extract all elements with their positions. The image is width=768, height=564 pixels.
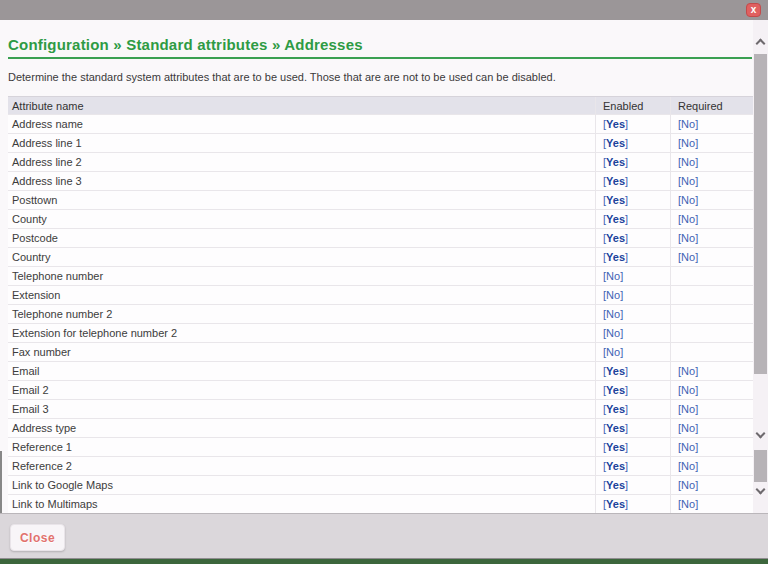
required-toggle-link[interactable]: No xyxy=(678,194,698,206)
attribute-name-label: Extension for telephone number 2 xyxy=(8,324,595,342)
required-cell xyxy=(670,305,753,323)
attribute-name-label: Telephone number 2 xyxy=(8,305,595,323)
required-cell: No xyxy=(670,457,753,475)
required-cell: No xyxy=(670,172,753,190)
required-toggle-link[interactable]: No xyxy=(678,137,698,149)
attribute-name-label: Country xyxy=(8,248,595,266)
attribute-name-label: Telephone number xyxy=(8,267,595,285)
required-toggle-link[interactable]: No xyxy=(678,479,698,491)
required-toggle-link[interactable]: No xyxy=(678,460,698,472)
table-row: Telephone number 2 No xyxy=(8,304,753,323)
attribute-name-label: Reference 2 xyxy=(8,457,595,475)
table-row: Email Yes No xyxy=(8,361,753,380)
enabled-toggle-link[interactable]: Yes xyxy=(603,422,628,434)
enabled-cell: Yes xyxy=(595,400,670,418)
required-cell: No xyxy=(670,495,753,513)
enabled-cell: Yes xyxy=(595,438,670,456)
attribute-name-label: Email 3 xyxy=(8,400,595,418)
table-row: Country Yes No xyxy=(8,247,753,266)
enabled-toggle-link[interactable]: Yes xyxy=(603,365,628,377)
enabled-toggle-link[interactable]: Yes xyxy=(603,194,628,206)
attribute-name-label: Email xyxy=(8,362,595,380)
attribute-name-label: Address name xyxy=(8,115,595,133)
table-row: Posttown Yes No xyxy=(8,190,753,209)
table-row: Link to Google Maps Yes No xyxy=(8,475,753,494)
titlebar: x xyxy=(0,0,768,20)
enabled-cell: Yes xyxy=(595,210,670,228)
attributes-table: Attribute name Enabled Required Address … xyxy=(8,96,753,514)
required-cell: No xyxy=(670,134,753,152)
required-toggle-link[interactable]: No xyxy=(678,365,698,377)
attribute-name-label: Address type xyxy=(8,419,595,437)
close-icon[interactable]: x xyxy=(746,3,761,17)
table-row: Address name Yes No xyxy=(8,114,753,133)
enabled-toggle-link[interactable]: No xyxy=(603,327,623,339)
required-toggle-link[interactable]: No xyxy=(678,118,698,130)
enabled-cell: Yes xyxy=(595,248,670,266)
enabled-cell: Yes xyxy=(595,172,670,190)
required-toggle-link[interactable]: No xyxy=(678,384,698,396)
table-row: Reference 1 Yes No xyxy=(8,437,753,456)
attribute-name-label: Reference 1 xyxy=(8,438,595,456)
required-toggle-link[interactable]: No xyxy=(678,175,698,187)
table-row: Fax number No xyxy=(8,342,753,361)
close-button[interactable]: Close xyxy=(10,524,65,551)
required-toggle-link[interactable]: No xyxy=(678,403,698,415)
required-toggle-link[interactable]: No xyxy=(678,441,698,453)
enabled-cell: No xyxy=(595,286,670,304)
required-toggle-link[interactable]: No xyxy=(678,213,698,225)
table-row: Reference 2 Yes No xyxy=(8,456,753,475)
table-row: Extension No xyxy=(8,285,753,304)
window-edge-seam xyxy=(0,451,2,513)
enabled-toggle-link[interactable]: Yes xyxy=(603,213,628,225)
enabled-toggle-link[interactable]: Yes xyxy=(603,441,628,453)
table-header-row: Attribute name Enabled Required xyxy=(8,96,753,114)
enabled-cell: Yes xyxy=(595,476,670,494)
enabled-toggle-link[interactable]: Yes xyxy=(603,137,628,149)
required-cell: No xyxy=(670,381,753,399)
attribute-name-label: Fax number xyxy=(8,343,595,361)
required-toggle-link[interactable]: No xyxy=(678,498,698,510)
enabled-toggle-link[interactable]: Yes xyxy=(603,251,628,263)
dialog-footer: Close xyxy=(0,513,768,558)
enabled-toggle-link[interactable]: Yes xyxy=(603,118,628,130)
enabled-toggle-link[interactable]: Yes xyxy=(603,232,628,244)
table-row: Email 3 Yes No xyxy=(8,399,753,418)
enabled-toggle-link[interactable]: Yes xyxy=(603,460,628,472)
table-row: Telephone number No xyxy=(8,266,753,285)
enabled-toggle-link[interactable]: No xyxy=(603,289,623,301)
scrollbar-thumb-inner[interactable] xyxy=(754,450,767,482)
page-description: Determine the standard system attributes… xyxy=(8,71,556,83)
enabled-cell: Yes xyxy=(595,362,670,380)
required-cell: No xyxy=(670,229,753,247)
column-header-attribute-name: Attribute name xyxy=(8,97,595,114)
enabled-toggle-link[interactable]: No xyxy=(603,308,623,320)
column-header-required: Required xyxy=(670,97,753,114)
enabled-cell: Yes xyxy=(595,381,670,399)
required-cell: No xyxy=(670,191,753,209)
enabled-toggle-link[interactable]: Yes xyxy=(603,384,628,396)
enabled-toggle-link[interactable]: Yes xyxy=(603,498,628,510)
enabled-toggle-link[interactable]: No xyxy=(603,346,623,358)
enabled-cell: Yes xyxy=(595,495,670,513)
attribute-name-label: Posttown xyxy=(8,191,595,209)
required-toggle-link[interactable]: No xyxy=(678,156,698,168)
required-toggle-link[interactable]: No xyxy=(678,251,698,263)
required-cell: No xyxy=(670,115,753,133)
scrollbar-thumb-outer[interactable] xyxy=(754,54,767,374)
column-header-enabled: Enabled xyxy=(595,97,670,114)
enabled-toggle-link[interactable]: Yes xyxy=(603,479,628,491)
attribute-name-label: Address line 3 xyxy=(8,172,595,190)
required-cell: No xyxy=(670,400,753,418)
table-row: Link to Multimaps Yes No xyxy=(8,494,753,513)
enabled-toggle-link[interactable]: Yes xyxy=(603,175,628,187)
enabled-toggle-link[interactable]: No xyxy=(603,270,623,282)
enabled-toggle-link[interactable]: Yes xyxy=(603,403,628,415)
enabled-cell: Yes xyxy=(595,134,670,152)
enabled-cell: No xyxy=(595,324,670,342)
bottom-green-bar xyxy=(0,559,768,564)
enabled-toggle-link[interactable]: Yes xyxy=(603,156,628,168)
required-toggle-link[interactable]: No xyxy=(678,422,698,434)
required-toggle-link[interactable]: No xyxy=(678,232,698,244)
required-cell: No xyxy=(670,476,753,494)
